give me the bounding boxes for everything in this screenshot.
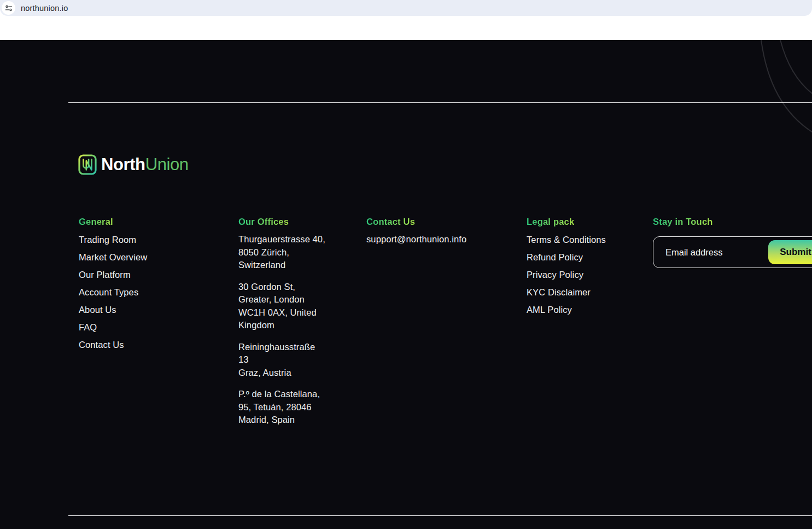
office-address: P.º de la Castellana, 95, Tetuán, 28046 … <box>238 388 326 427</box>
brand-logo[interactable]: NorthUnion <box>78 154 189 175</box>
office-address: 30 Gordon St, Greater, London WC1H 0AX, … <box>238 281 326 332</box>
footer-link[interactable]: Market Overview <box>79 252 177 263</box>
footer-link[interactable]: Account Types <box>79 287 177 298</box>
site-settings-button[interactable] <box>2 1 15 15</box>
brand-name-bold: North <box>101 155 145 174</box>
tune-icon <box>5 4 13 12</box>
column-title-contact: Contact Us <box>366 216 415 227</box>
footer-link[interactable]: Our Platform <box>79 270 177 280</box>
footer-link[interactable]: FAQ <box>79 322 177 333</box>
footer-link[interactable]: KYC Disclaimer <box>527 287 625 298</box>
email-input[interactable] <box>653 237 763 268</box>
footer-link[interactable]: AML Policy <box>527 305 625 315</box>
footer-column-legal: Legal pack Terms & ConditionsRefund Poli… <box>527 216 625 322</box>
brand-wordmark: NorthUnion <box>101 154 189 175</box>
footer-column-stay-in-touch: Stay in Touch Submit <box>653 216 812 268</box>
decorative-arcs <box>716 40 812 155</box>
footer-link[interactable]: Privacy Policy <box>527 270 625 280</box>
column-title-general: General <box>79 216 113 227</box>
column-title-stay-in-touch: Stay in Touch <box>653 216 713 227</box>
brand-name-light: Union <box>145 155 189 174</box>
divider-bottom <box>68 515 812 516</box>
office-address: Reininghausstraße 13 Graz, Austria <box>238 341 326 380</box>
submit-button[interactable]: Submit <box>768 240 812 264</box>
url-text[interactable]: northunion.io <box>21 4 68 13</box>
footer-link[interactable]: About Us <box>79 305 177 315</box>
footer-column-general: General Trading RoomMarket OverviewOur P… <box>79 216 177 357</box>
footer-link[interactable]: Terms & Conditions <box>527 235 625 245</box>
footer-link[interactable]: Trading Room <box>79 235 177 245</box>
legal-links: Terms & ConditionsRefund PolicyPrivacy P… <box>527 235 625 315</box>
footer-column-offices: Our Offices Thurgauerstrasse 40, 8050 Zü… <box>238 216 326 435</box>
column-title-offices: Our Offices <box>238 216 289 227</box>
office-addresses: Thurgauerstrasse 40, 8050 Zürich, Switze… <box>238 233 326 427</box>
northunion-logo-icon <box>78 154 97 175</box>
divider-top <box>68 102 812 103</box>
office-address: Thurgauerstrasse 40, 8050 Zürich, Switze… <box>238 233 326 272</box>
footer-link[interactable]: Refund Policy <box>527 252 625 263</box>
column-title-legal: Legal pack <box>527 216 574 227</box>
browser-url-bar[interactable]: northunion.io <box>0 0 812 16</box>
footer-link[interactable]: Contact Us <box>79 340 177 350</box>
general-links: Trading RoomMarket OverviewOur PlatformA… <box>79 235 177 350</box>
newsletter-form: Submit <box>653 236 812 268</box>
footer-column-contact: Contact Us support@northunion.info <box>366 216 487 245</box>
support-email-link[interactable]: support@northunion.info <box>366 234 487 245</box>
footer: NorthUnion General Trading RoomMarket Ov… <box>0 39 812 529</box>
